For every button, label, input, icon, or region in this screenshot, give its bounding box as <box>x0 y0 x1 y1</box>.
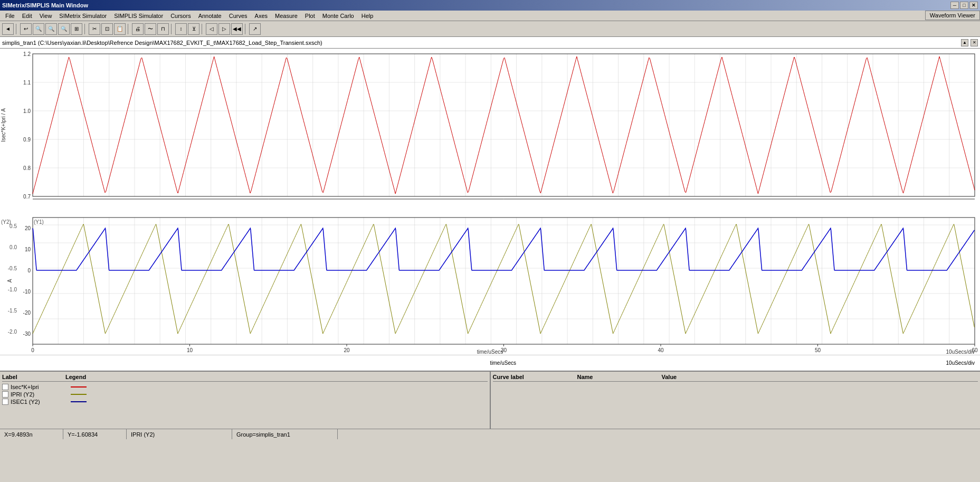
legend-check-2[interactable] <box>2 399 8 405</box>
legend-header: Label Legend <box>2 374 488 382</box>
back-button[interactable]: ◄ <box>2 23 14 35</box>
zoom-fit-button[interactable]: 🔍 <box>33 23 44 35</box>
menu-plot[interactable]: Plot <box>302 12 318 20</box>
close-button[interactable]: ✕ <box>969 2 978 9</box>
minimize-button[interactable]: ─ <box>950 2 959 9</box>
menu-help[interactable]: Help <box>358 12 377 20</box>
toolbar-sep-1 <box>16 24 18 34</box>
legend-check-0[interactable] <box>2 384 8 390</box>
legend-line-1 <box>71 394 87 395</box>
menu-bar: File Edit View SIMetrix Simulator SIMPLI… <box>0 11 980 21</box>
menu-cursors[interactable]: Cursors <box>167 12 194 20</box>
menu-curves[interactable]: Curves <box>226 12 251 20</box>
expand-button[interactable]: ✕ <box>971 39 978 46</box>
status-signal: IPRI (Y2) <box>127 429 232 439</box>
status-group: Group=simplis_tran1 <box>232 429 338 439</box>
legend-label-1: IPRI (Y2) <box>11 391 69 398</box>
legend-label-0: Isec*K+Ipri <box>11 384 69 390</box>
waveform-canvas[interactable] <box>0 49 980 355</box>
legend-right: Curve label Name Value <box>491 372 981 429</box>
legend-line-2 <box>71 401 87 402</box>
legend-right-col1: Curve label <box>493 374 577 380</box>
toolbar-sep-2 <box>84 24 87 34</box>
tool1[interactable]: ⊓ <box>157 23 169 35</box>
legend-col-label: Label <box>2 374 65 380</box>
menu-file[interactable]: File <box>2 12 18 20</box>
legend-row-1: IPRI (Y2) <box>2 391 488 398</box>
copy-button[interactable]: ⊡ <box>101 23 113 35</box>
legend-check-1[interactable] <box>2 391 8 398</box>
title-bar-buttons: ─ □ ✕ <box>950 2 978 9</box>
undo-button[interactable]: ↩ <box>20 23 32 35</box>
legend-left: Label Legend Isec*K+Ipri IPRI (Y2) ISEC1… <box>0 372 491 429</box>
chart-area <box>0 49 980 355</box>
menu-annotate[interactable]: Annotate <box>195 12 225 20</box>
legend-right-header: Curve label Name Value <box>493 374 978 382</box>
legend-label-2: ISEC1 (Y2) <box>11 399 69 405</box>
wave-button[interactable]: 〜 <box>145 23 156 35</box>
title-bar: SIMetrix/SIMPLIS Main Window ─ □ ✕ <box>0 0 980 11</box>
menu-simplis-sim[interactable]: SIMPLIS Simulator <box>111 12 166 20</box>
cursor2-button[interactable]: ⊻ <box>188 23 199 35</box>
toolbar-sep-3 <box>128 24 130 34</box>
prev-button[interactable]: ◁ <box>206 23 217 35</box>
paste-button[interactable]: 📋 <box>114 23 126 35</box>
status-bar: X=9.4893n Y=-1.60834 IPRI (Y2) Group=sim… <box>0 429 980 439</box>
toolbar-sep-5 <box>202 24 204 34</box>
cut-button[interactable]: ✂ <box>89 23 100 35</box>
menu-edit[interactable]: Edit <box>19 12 35 20</box>
title-text: SIMetrix/SIMPLIS Main Window <box>2 2 88 8</box>
menu-measure[interactable]: Measure <box>272 12 301 20</box>
zoom-in-button[interactable]: 🔍 <box>45 23 57 35</box>
status-x: X=9.4893n <box>0 429 63 439</box>
zoom-out-button[interactable]: 🔍 <box>58 23 70 35</box>
waveform-viewer-button[interactable]: Waveform Viewer <box>925 11 980 20</box>
menu-view[interactable]: View <box>36 12 55 20</box>
rewind-button[interactable]: ◀◀ <box>231 23 243 35</box>
zoom-box-button[interactable]: ⊞ <box>71 23 82 35</box>
legend-row-2: ISEC1 (Y2) <box>2 399 488 405</box>
export-button[interactable]: ↗ <box>249 23 261 35</box>
time-axis-bar: time/uSecs 10uSecs/div <box>0 355 980 371</box>
toolbar: ◄ ↩ 🔍 🔍 🔍 ⊞ ✂ ⊡ 📋 🖨 〜 ⊓ ↕ ⊻ ◁ ▷ ◀◀ ↗ <box>0 21 980 37</box>
menu-axes[interactable]: Axes <box>252 12 271 20</box>
path-text: simplis_tran1 (C:\Users\yaxian.li\Deskto… <box>2 40 322 46</box>
legend-row-0: Isec*K+Ipri <box>2 384 488 390</box>
toolbar-sep-4 <box>171 24 173 34</box>
legend-col-legend: Legend <box>65 374 488 380</box>
time-axis-label: time/uSecs <box>490 360 516 366</box>
path-bar: simplis_tran1 (C:\Users\yaxian.li\Deskto… <box>0 37 980 49</box>
next-button[interactable]: ▷ <box>218 23 230 35</box>
time-div-label: 10uSecs/div <box>946 360 975 366</box>
legend-right-col2: Name <box>577 374 662 380</box>
status-y: Y=-1.60834 <box>63 429 127 439</box>
cursor-button[interactable]: ↕ <box>175 23 187 35</box>
legend-panel: Label Legend Isec*K+Ipri IPRI (Y2) ISEC1… <box>0 371 980 429</box>
legend-right-col3: Value <box>662 374 677 380</box>
toolbar-sep-6 <box>245 24 247 34</box>
print-button[interactable]: 🖨 <box>132 23 144 35</box>
maximize-button[interactable]: □ <box>960 2 968 9</box>
collapse-button[interactable]: ▲ <box>961 39 968 46</box>
menu-simetrix-sim[interactable]: SIMetrix Simulator <box>56 12 110 20</box>
menu-monte-carlo[interactable]: Monte Carlo <box>319 12 357 20</box>
legend-line-0 <box>71 386 87 388</box>
